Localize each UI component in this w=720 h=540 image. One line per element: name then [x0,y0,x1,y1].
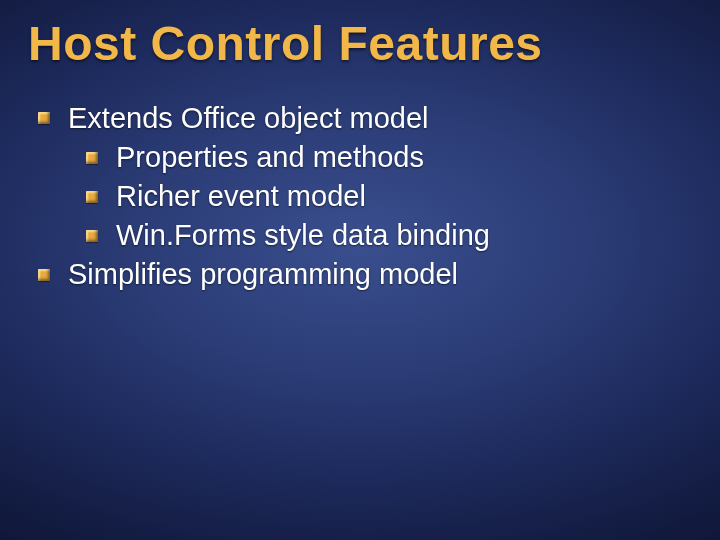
list-item-text: Richer event model [116,177,366,216]
slide-title: Host Control Features [28,18,692,71]
list-item-text: Win.Forms style data binding [116,216,490,255]
list-item-text: Simplifies programming model [68,255,458,294]
list-item: Richer event model [86,177,692,216]
list-item: Win.Forms style data binding [86,216,692,255]
bullet-icon [38,269,50,281]
bullet-list: Extends Office object model Properties a… [38,99,692,295]
bullet-icon [38,112,50,124]
list-item: Extends Office object model [38,99,692,138]
slide: Host Control Features Extends Office obj… [0,0,720,540]
bullet-icon [86,191,98,203]
list-item: Properties and methods [86,138,692,177]
list-item-text: Extends Office object model [68,99,429,138]
list-item: Simplifies programming model [38,255,692,294]
bullet-icon [86,152,98,164]
bullet-icon [86,230,98,242]
list-item-text: Properties and methods [116,138,424,177]
